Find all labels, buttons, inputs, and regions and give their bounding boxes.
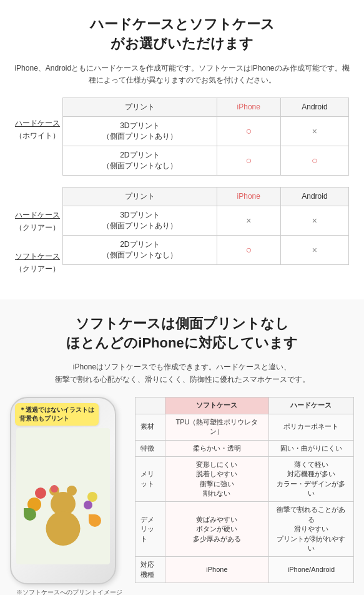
section2-content: ＊透過ではないイラストは 背景色もプリント ※ソフトケースへのプリントイメージ … [10, 397, 354, 595]
iphone-mark: × [217, 206, 280, 235]
table1-outer: ハードケース （ホワイト） プリント iPhone Android 3Dプリント… [12, 98, 352, 176]
flower-2 [35, 488, 46, 499]
iphone-mark: ○ [217, 146, 280, 175]
print-type: 3Dプリント（側面プリントあり） [63, 206, 217, 235]
compare-table-wrap: ソフトケース ハードケース 素材TPU（熱可塑性ポリウレタン）ポリカーボネート特… [135, 397, 354, 583]
compare-row-label: 素材 [135, 414, 165, 440]
compare-row: 特徴柔らかい・透明固い・曲がりにくい [135, 440, 354, 456]
section1: ハードケースとソフトケース がお選びいただけます iPhone、Androidと… [0, 0, 364, 293]
table1-labels: ハードケース （ホワイト） [15, 98, 60, 148]
col-android-header2: Android [280, 187, 348, 206]
compare-hard-data: 固い・曲がりにくい [268, 440, 353, 456]
print-type: 3Dプリント（側面プリントあり） [63, 116, 217, 146]
iphone-mark: ○ [217, 116, 280, 146]
compare-row-label: デメリット [135, 502, 165, 557]
compare-soft-data: TPU（熱可塑性ポリウレタン） [165, 414, 269, 440]
flower-3 [24, 508, 36, 521]
phone-frame: ＊透過ではないイラストは 背景色もプリント [10, 397, 116, 584]
table1: プリント iPhone Android 3Dプリント（側面プリントあり） ○ ×… [62, 98, 349, 176]
col-iphone-header2: iPhone [217, 187, 280, 206]
soft-clear-link[interactable]: ソフトケース [15, 252, 60, 261]
section2-title-line1: ソフトケースは側面プリントなし [76, 316, 289, 331]
section2-title: ソフトケースは側面プリントなし ほとんどのiPhoneに対応しています [10, 314, 354, 353]
compare-table: ソフトケース ハードケース 素材TPU（熱可塑性ポリウレタン）ポリカーボネート特… [135, 397, 354, 583]
soft-clear-label: ソフトケース （クリアー） [15, 251, 60, 276]
title-line1: ハードケースとソフトケース [90, 16, 275, 32]
col-empty-header [135, 398, 165, 414]
section2: ソフトケースは側面プリントなし ほとんどのiPhoneに対応しています iPho… [0, 299, 364, 595]
compare-soft-data: 柔らかい・透明 [165, 440, 269, 456]
bear-body [46, 511, 81, 546]
section1-desc: iPhone、Androidともにハードケースを作成可能です。ソフトケースはiP… [12, 62, 352, 86]
compare-row: 対応機種iPhoneiPhone/Android [135, 557, 354, 583]
table2: プリント iPhone Android 3Dプリント（側面プリントあり） × ×… [62, 187, 349, 265]
iphone-mark: ○ [217, 235, 280, 264]
android-mark: × [280, 116, 348, 146]
compare-row-label: 特徴 [135, 440, 165, 456]
hard-white-link[interactable]: ハードケース [15, 119, 60, 128]
compare-hard-data: ポリカーボネート [268, 414, 353, 440]
section2-desc-line1: iPhoneはソフトケースでも作成できます。ハードケースと違い、 [73, 362, 291, 371]
section1-title: ハードケースとソフトケース がお選びいただけます [12, 15, 352, 54]
compare-hard-data: iPhone/Android [268, 557, 353, 583]
compare-soft-data: 変形しにくい 脱着しやすい 衝撃に強い 割れない [165, 456, 269, 502]
table-row: 3Dプリント（側面プリントあり） ○ × [63, 116, 349, 146]
col-print-header2: プリント [63, 187, 217, 206]
hard-clear-label: ハードケース （クリアー） [15, 209, 60, 234]
phone-caption: ※ソフトケースへのプリントイメージ [10, 588, 129, 595]
compare-row: デメリット黄ばみやすい ボタンが硬い 多少厚みがある衝撃で割れることがある 滑り… [135, 502, 354, 557]
phone-wrap: ＊透過ではないイラストは 背景色もプリント ※ソフトケースへのプリントイメージ … [10, 397, 129, 595]
android-mark: × [280, 206, 348, 235]
table-row: 3Dプリント（側面プリントあり） × × [63, 206, 349, 235]
col-iphone-header: iPhone [217, 98, 280, 116]
phone-note: ＊透過ではないイラストは 背景色もプリント [15, 403, 99, 426]
section2-title-line2: ほとんどのiPhoneに対応しています [66, 335, 297, 351]
section2-desc-line2: 衝撃で割れる心配がなく、滑りにくく、防御性に優れたスマホケースです。 [55, 375, 310, 384]
table-row: 2Dプリント（側面プリントなし） ○ × [63, 235, 349, 264]
android-mark: × [280, 235, 348, 264]
title-line2: がお選びいただけます [111, 36, 253, 51]
compare-row: メリット変形しにくい 脱着しやすい 衝撃に強い 割れない薄くて軽い 対応機種が多… [135, 456, 354, 502]
col-android-header: Android [280, 98, 348, 116]
table-row: 2Dプリント（側面プリントなし） ○ ○ [63, 146, 349, 175]
compare-hard-data: 薄くて軽い 対応機種が多い カラー・デザインが多い [268, 456, 353, 502]
col-print-header: プリント [63, 98, 217, 116]
phone-inner [16, 428, 110, 564]
hard-white-label: ハードケース （ホワイト） [15, 118, 60, 142]
flower-6 [89, 514, 101, 527]
hard-clear-link[interactable]: ハードケース [15, 211, 60, 219]
print-type: 2Dプリント（側面プリントなし） [63, 235, 217, 264]
compare-soft-data: iPhone [165, 557, 269, 583]
print-type: 2Dプリント（側面プリントなし） [63, 146, 217, 175]
compare-row-label: メリット [135, 456, 165, 502]
compare-row: 素材TPU（熱可塑性ポリウレタン）ポリカーボネート [135, 414, 354, 440]
table2-labels: ハードケース （クリアー） ソフトケース （クリアー） [15, 187, 60, 281]
android-mark: ○ [280, 146, 348, 175]
flower-5 [84, 501, 92, 509]
col-hard-header: ハードケース [268, 398, 353, 414]
table2-outer: ハードケース （クリアー） ソフトケース （クリアー） プリント iPhone … [12, 187, 352, 281]
compare-hard-data: 衝撃で割れることがある 滑りやすい プリントが剥がれやすい [268, 502, 353, 557]
col-soft-header: ソフトケース [165, 398, 269, 414]
phone-art [16, 428, 110, 564]
compare-row-label: 対応機種 [135, 557, 165, 583]
section2-desc: iPhoneはソフトケースでも作成できます。ハードケースと違い、 衝撃で割れる心… [10, 361, 354, 386]
compare-soft-data: 黄ばみやすい ボタンが硬い 多少厚みがある [165, 502, 269, 557]
